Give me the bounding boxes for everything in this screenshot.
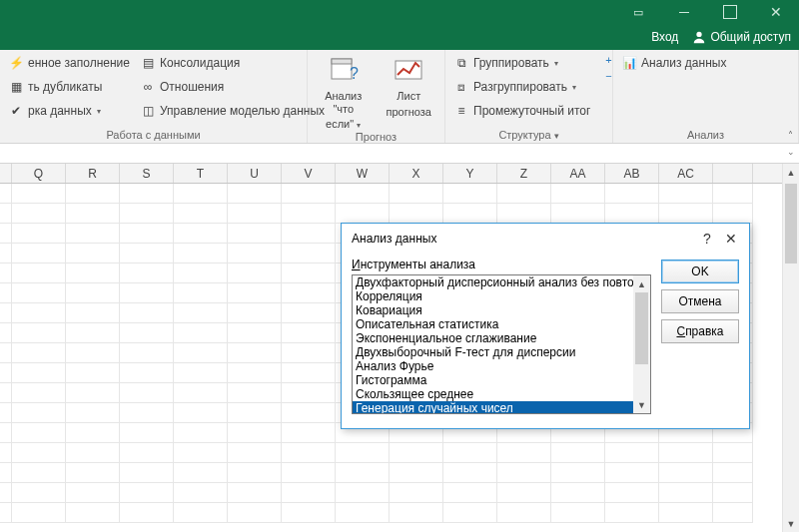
cell[interactable] (174, 403, 228, 423)
cell[interactable] (12, 403, 66, 423)
cell[interactable] (12, 423, 66, 443)
cell[interactable] (0, 184, 12, 204)
cell[interactable] (0, 423, 12, 443)
cell[interactable] (443, 443, 497, 463)
cell[interactable] (336, 483, 390, 503)
cell[interactable] (282, 443, 336, 463)
cell[interactable] (66, 283, 120, 303)
cell[interactable] (0, 483, 12, 503)
cell[interactable] (282, 503, 336, 523)
cell[interactable] (174, 283, 228, 303)
cell[interactable] (120, 443, 174, 463)
column-header[interactable] (713, 164, 753, 183)
cell[interactable] (0, 204, 12, 224)
cell[interactable] (174, 204, 228, 224)
cell[interactable] (0, 403, 12, 423)
cell[interactable] (282, 323, 336, 343)
cell[interactable] (120, 224, 174, 244)
cell[interactable] (66, 204, 120, 224)
share-button[interactable]: Общий доступ (692, 30, 791, 44)
listbox-item[interactable]: Гистограмма (353, 373, 633, 387)
corner-cell[interactable] (0, 164, 12, 183)
cell[interactable] (713, 184, 753, 204)
cell[interactable] (605, 204, 659, 224)
cell[interactable] (551, 204, 605, 224)
cell[interactable] (282, 244, 336, 264)
scroll-thumb[interactable] (785, 184, 797, 264)
scroll-thumb[interactable] (635, 292, 648, 364)
cell[interactable] (659, 204, 713, 224)
cell[interactable] (0, 224, 12, 244)
data-validation-button[interactable]: ✔рка данных▾ (8, 100, 130, 122)
cell[interactable] (174, 184, 228, 204)
analysis-tools-listbox[interactable]: Двухфакторный дисперсионный анализ без п… (352, 274, 651, 414)
cell[interactable] (66, 184, 120, 204)
cell[interactable] (12, 443, 66, 463)
scroll-down-icon[interactable]: ▼ (633, 396, 650, 413)
cell[interactable] (12, 184, 66, 204)
cell[interactable] (120, 503, 174, 523)
cell[interactable] (174, 303, 228, 323)
cell[interactable] (120, 323, 174, 343)
cancel-button[interactable]: Отмена (661, 289, 739, 313)
column-header[interactable]: Q (12, 164, 66, 183)
cell[interactable] (228, 184, 282, 204)
cell[interactable] (390, 483, 443, 503)
cell[interactable] (282, 303, 336, 323)
cell[interactable] (120, 403, 174, 423)
cell[interactable] (551, 443, 605, 463)
cell[interactable] (0, 343, 12, 363)
cell[interactable] (66, 323, 120, 343)
listbox-item[interactable]: Анализ Фурье (353, 359, 633, 373)
cell[interactable] (12, 363, 66, 383)
signin-link[interactable]: Вход (651, 30, 678, 44)
cell[interactable] (605, 483, 659, 503)
cell[interactable] (0, 283, 12, 303)
cell[interactable] (174, 224, 228, 244)
cell[interactable] (0, 303, 12, 323)
column-header[interactable]: V (282, 164, 336, 183)
cell[interactable] (228, 204, 282, 224)
cell[interactable] (282, 403, 336, 423)
cell[interactable] (390, 503, 443, 523)
dialog-titlebar[interactable]: Анализ данных ? ✕ (342, 224, 749, 254)
what-if-analysis-button[interactable]: ? Анализ "что если" ▾ (316, 52, 372, 131)
column-header[interactable]: T (174, 164, 228, 183)
column-header[interactable]: AB (605, 164, 659, 183)
cell[interactable] (174, 244, 228, 264)
ok-button[interactable]: OK (661, 260, 739, 283)
cell[interactable] (228, 463, 282, 483)
cell[interactable] (174, 443, 228, 463)
vertical-scrollbar[interactable]: ▲ ▼ (782, 164, 799, 532)
cell[interactable] (66, 244, 120, 264)
dialog-help-button[interactable]: ? (695, 231, 719, 247)
ungroup-button[interactable]: ⧈Разгруппировать ▾ (453, 76, 590, 98)
cell[interactable] (228, 403, 282, 423)
cell[interactable] (443, 483, 497, 503)
listbox-item[interactable]: Описательная статистика (353, 317, 633, 331)
minimize-button[interactable] (661, 0, 707, 24)
cell[interactable] (497, 483, 551, 503)
cell[interactable] (336, 204, 390, 224)
cell[interactable] (443, 503, 497, 523)
cell[interactable] (228, 323, 282, 343)
cell[interactable] (282, 264, 336, 283)
cell[interactable] (120, 423, 174, 443)
cell[interactable] (282, 483, 336, 503)
cell[interactable] (12, 483, 66, 503)
cell[interactable] (120, 383, 174, 403)
cell[interactable] (12, 343, 66, 363)
cell[interactable] (497, 204, 551, 224)
listbox-item[interactable]: Скользящее среднее (353, 387, 633, 401)
listbox-scrollbar[interactable]: ▲ ▼ (633, 275, 650, 413)
cell[interactable] (659, 503, 713, 523)
scroll-down-button[interactable]: ▼ (783, 515, 799, 532)
cell[interactable] (228, 283, 282, 303)
cell[interactable] (228, 483, 282, 503)
collapse-ribbon-button[interactable]: ˄ (788, 130, 793, 141)
cell[interactable] (228, 443, 282, 463)
cell[interactable] (551, 463, 605, 483)
cell[interactable] (336, 184, 390, 204)
cell[interactable] (12, 224, 66, 244)
column-header[interactable]: Z (497, 164, 551, 183)
